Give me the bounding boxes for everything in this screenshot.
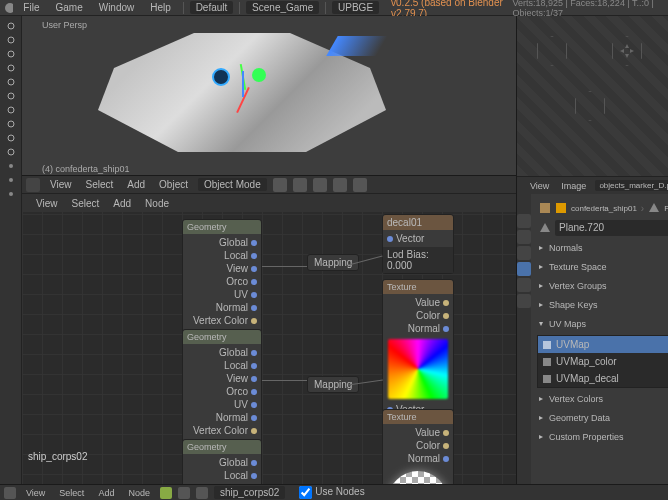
visibility-toggle[interactable] [3,48,19,60]
layers-icon[interactable] [353,178,367,192]
app-icon [4,2,13,14]
snap-icon[interactable] [313,178,327,192]
vp-menu-add[interactable]: Add [123,179,149,190]
texture-node[interactable]: Texture Value Color Normal ship_corps0..… [382,409,454,484]
tab-render[interactable] [517,214,531,228]
scene-selector[interactable]: Scene_Game [246,1,319,14]
socket-label: Value [415,427,440,438]
lod-field[interactable]: Lod Bias: 0.000 [387,249,449,271]
properties-panel: confederta_ship01 › Plane.720 Plane.720 … [531,194,668,484]
tab-world[interactable] [517,246,531,260]
layout-selector[interactable]: Default [190,1,234,14]
mesh-detail [252,68,266,82]
visibility-toggle[interactable] [3,132,19,144]
visibility-toggle[interactable] [3,34,19,46]
uvmap-item[interactable]: UVMap [538,336,668,353]
breadcrumb-data[interactable]: Plane.720 [664,204,668,213]
menu-window[interactable]: Window [93,2,141,13]
visibility-toggle[interactable] [3,20,19,32]
svg-point-3 [8,51,14,57]
engine-selector[interactable]: UPBGE [332,1,379,14]
engine-glow [326,36,388,56]
section-uv-maps[interactable]: UV Maps [535,315,668,333]
material-name-label: ship_corps02 [28,451,87,462]
uvmap-item[interactable]: UVMap_decal [538,370,668,387]
texture-preview [388,339,448,399]
bb-menu-node[interactable]: Node [124,488,154,498]
pivot-icon[interactable] [333,178,347,192]
ne-menu-select[interactable]: Select [68,198,104,209]
socket-label: Orco [226,386,248,397]
visibility-toggle[interactable] [3,62,19,74]
mesh-name-field[interactable]: Plane.720 [555,220,668,236]
world-tree-icon[interactable] [178,487,190,499]
visibility-toggle[interactable] [3,104,19,116]
texture-name[interactable]: decal01 [387,217,422,228]
menu-game[interactable]: Game [49,2,88,13]
breadcrumb-object[interactable]: confederta_ship01 [571,204,637,213]
visibility-toggle[interactable] [3,90,19,102]
vp-menu-view[interactable]: View [46,179,76,190]
section-vertex-colors[interactable]: Vertex Colors [535,390,668,408]
svg-point-7 [8,107,14,113]
section-shape-keys[interactable]: Shape Keys [535,296,668,314]
tab-texture[interactable] [517,294,531,308]
svg-point-6 [8,93,14,99]
mesh-icon [648,202,660,214]
section-custom-properties[interactable]: Custom Properties [535,428,668,446]
section-normals[interactable]: Normals [535,239,668,257]
svg-point-10 [8,149,14,155]
svg-point-4 [8,65,14,71]
texture-preview [388,471,448,484]
socket-label: Local [224,250,248,261]
img-menu-view[interactable]: View [527,181,552,191]
menu-help[interactable]: Help [144,2,177,13]
ne-menu-node[interactable]: Node [141,198,173,209]
editor-type-icon[interactable] [26,178,40,192]
bb-menu-view[interactable]: View [22,488,49,498]
use-nodes-checkbox[interactable] [299,486,312,499]
geometry-node[interactable]: Geometry Global Local View Orco UV Norma… [182,439,262,484]
uvmap-item[interactable]: UVMap_color [538,353,668,370]
texture-node[interactable]: decal01 Vector Lod Bias: 0.000 [382,214,454,274]
tab-scene[interactable] [517,230,531,244]
ne-menu-add[interactable]: Add [109,198,135,209]
texture-tree-icon[interactable] [196,487,208,499]
menu-file[interactable]: File [17,2,45,13]
material-selector[interactable]: ship_corps02 [214,486,285,499]
socket-label: Global [219,347,248,358]
3d-viewport[interactable]: User Persp (4) confederta_ship01 [22,16,516,176]
svg-rect-21 [543,358,551,366]
node-editor[interactable]: View Select Add Node Geometry Global Loc… [22,194,516,484]
node-title: Geometry [183,220,261,234]
vp-menu-object[interactable]: Object [155,179,192,190]
material-tree-icon[interactable] [160,487,172,499]
editor-type-icon[interactable] [4,487,16,499]
svg-marker-14 [630,49,634,53]
shading-icon[interactable] [273,178,287,192]
img-menu-image[interactable]: Image [558,181,589,191]
ne-menu-view[interactable]: View [32,198,62,209]
mesh-icon [539,222,551,234]
overlay-icon[interactable] [293,178,307,192]
socket-label: Value [415,297,440,308]
visibility-toggle[interactable] [3,146,19,158]
bb-menu-add[interactable]: Add [94,488,118,498]
section-vertex-groups[interactable]: Vertex Groups [535,277,668,295]
socket-label: Color [416,310,440,321]
tab-material[interactable] [517,278,531,292]
node-title: Texture [383,410,453,424]
image-name-field[interactable]: objects_marker_D.p... [595,180,668,191]
section-texture-space[interactable]: Texture Space [535,258,668,276]
node-title: Texture [383,280,453,294]
vp-menu-select[interactable]: Select [82,179,118,190]
tab-object-data[interactable] [517,262,531,276]
visibility-toggle[interactable] [3,76,19,88]
bb-menu-select[interactable]: Select [55,488,88,498]
uv-image-editor[interactable] [517,16,668,176]
section-geometry-data[interactable]: Geometry Data [535,409,668,427]
socket-label: View [227,483,249,484]
mode-selector[interactable]: Object Mode [198,178,267,191]
svg-point-2 [8,37,14,43]
visibility-toggle[interactable] [3,118,19,130]
